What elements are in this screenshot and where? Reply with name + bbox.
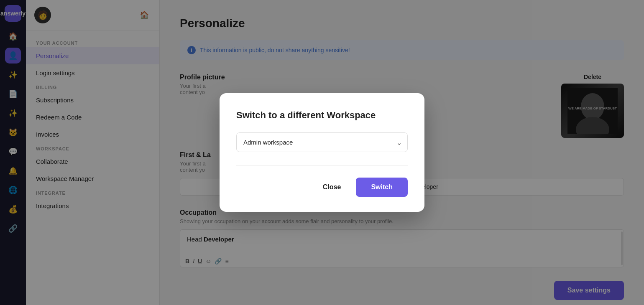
workspace-select-wrapper: Admin workspace ⌄ (236, 132, 408, 152)
modal-overlay: Switch to a different Workspace Admin wo… (0, 0, 644, 305)
modal-actions: Close Switch (236, 178, 408, 197)
close-button[interactable]: Close (314, 178, 350, 196)
workspace-select[interactable]: Admin workspace (236, 132, 408, 152)
modal-divider (236, 165, 408, 166)
modal-title: Switch to a different Workspace (236, 110, 408, 121)
switch-button[interactable]: Switch (356, 178, 408, 197)
switch-workspace-modal: Switch to a different Workspace Admin wo… (220, 93, 424, 212)
